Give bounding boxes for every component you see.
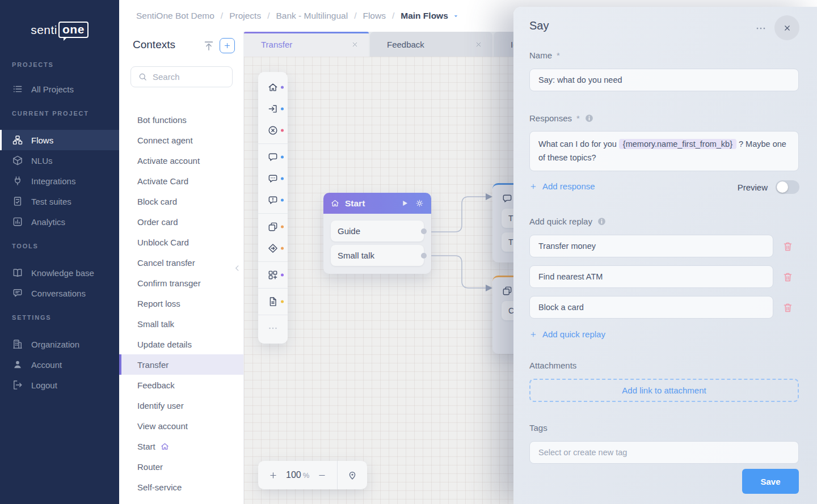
close-panel-button[interactable] xyxy=(774,15,799,40)
sentione-logo: sentione xyxy=(0,22,119,38)
context-item-block-card[interactable]: Block card xyxy=(119,191,243,211)
context-item-identify-user[interactable]: Identify user xyxy=(119,395,243,416)
start-node-header[interactable]: Start xyxy=(323,193,431,214)
chat-bubble-icon[interactable] xyxy=(258,146,288,168)
close-tab-icon[interactable] xyxy=(475,41,482,48)
context-item-confirm-transger[interactable]: Confirm transger xyxy=(119,273,243,293)
sidebar-item-conversations[interactable]: Conversations xyxy=(0,283,119,303)
start-option-small-talk[interactable]: Small talk xyxy=(331,245,424,266)
info-icon[interactable] xyxy=(597,217,607,226)
sidebar-item-all-projects[interactable]: All Projects xyxy=(0,79,119,99)
home-icon[interactable] xyxy=(258,77,288,98)
context-item-activate-card[interactable]: Activate Card xyxy=(119,171,243,191)
breadcrumb-item-project[interactable]: SentiOne Bot Demo xyxy=(136,11,214,21)
section-header-settings: SETTINGS xyxy=(12,314,51,321)
zoom-out-icon[interactable] xyxy=(317,471,327,480)
name-field[interactable] xyxy=(529,69,799,91)
plug-icon xyxy=(12,175,23,187)
tab-feedback[interactable]: Feedback xyxy=(370,32,492,57)
memory-variable-pill[interactable]: {memory.name_first_from_kb} xyxy=(619,139,736,149)
center-canvas-button[interactable] xyxy=(338,469,367,481)
document-icon[interactable] xyxy=(258,291,288,312)
connector-handle[interactable] xyxy=(421,253,427,259)
play-icon[interactable] xyxy=(400,198,410,208)
trash-icon[interactable] xyxy=(782,302,794,314)
quick-reply-field-3[interactable] xyxy=(529,296,773,319)
context-item-router[interactable]: Router xyxy=(119,456,243,477)
start-node-title: Start xyxy=(345,198,395,209)
breadcrumb-item-bank-multilingual[interactable]: Bank - Multilingual xyxy=(276,11,348,21)
sidebar-item-integrations[interactable]: Integrations xyxy=(0,171,119,191)
signin-icon[interactable] xyxy=(258,98,288,120)
sidebar-item-knowledge-base[interactable]: Knowledge base xyxy=(0,262,119,283)
logo-text-one: one xyxy=(58,22,89,38)
breadcrumb-item-projects[interactable]: Projects xyxy=(229,11,261,21)
quick-reply-field-2[interactable] xyxy=(529,265,773,288)
breadcrumb-dropdown-caret-icon[interactable] xyxy=(453,13,459,19)
context-item-feedback[interactable]: Feedback xyxy=(119,375,243,395)
say-properties-panel: Say Name * Responses * What can I do for… xyxy=(513,7,817,504)
grid-plus-icon[interactable] xyxy=(258,264,288,286)
context-item-connect-agent[interactable]: Connect agent xyxy=(119,130,243,150)
sidebar-item-nlus[interactable]: NLUs xyxy=(0,150,119,171)
close-circle-icon[interactable] xyxy=(258,120,288,141)
upload-icon[interactable] xyxy=(203,40,215,52)
tags-input[interactable] xyxy=(529,441,799,464)
context-item-report-loss[interactable]: Report loss xyxy=(119,293,243,314)
sidebar-item-organization[interactable]: Organization xyxy=(0,334,119,354)
add-attachment-button[interactable]: Add link to attachment xyxy=(529,379,799,402)
gear-icon[interactable] xyxy=(415,198,424,208)
zoom-in-icon[interactable] xyxy=(268,471,278,480)
add-response-button[interactable]: Add response xyxy=(529,181,595,191)
decision-icon[interactable] xyxy=(258,238,288,259)
plus-icon xyxy=(223,41,231,50)
conversations-icon xyxy=(12,287,23,299)
attachments-label: Attachments xyxy=(529,361,576,370)
start-option-guide[interactable]: Guide xyxy=(331,221,424,242)
quick-reply-field-1[interactable] xyxy=(529,235,773,257)
trash-icon[interactable] xyxy=(782,271,794,283)
preview-toggle[interactable] xyxy=(776,180,799,194)
tab-transfer[interactable]: Transfer xyxy=(244,32,369,57)
save-button[interactable]: Save xyxy=(742,469,799,494)
contexts-list: Bot functions Connect agent Activate acc… xyxy=(119,109,243,497)
add-context-button[interactable] xyxy=(220,38,235,53)
breadcrumb-item-main-flows[interactable]: Main Flows xyxy=(401,11,448,21)
sidebar-item-flows[interactable]: Flows xyxy=(0,130,119,150)
chat-exclaim-icon[interactable] xyxy=(258,189,288,211)
context-item-view-account[interactable]: View account xyxy=(119,416,243,436)
more-options-icon[interactable] xyxy=(755,22,767,35)
sidebar-item-logout[interactable]: Logout xyxy=(0,375,119,395)
info-icon[interactable] xyxy=(584,113,594,123)
context-item-small-talk[interactable]: Small talk xyxy=(119,314,243,334)
search-input[interactable] xyxy=(153,72,225,82)
sidebar-item-analytics[interactable]: Analytics xyxy=(0,211,119,232)
main-sidebar: sentione PROJECTS All Projects CURRENT P… xyxy=(0,0,119,504)
context-item-bot-functions[interactable]: Bot functions xyxy=(119,109,243,130)
sidebar-item-account[interactable]: Account xyxy=(0,354,119,375)
context-item-transfer[interactable]: Transfer xyxy=(119,354,243,375)
contexts-panel: Contexts Bot functions Connect agent Act… xyxy=(119,32,244,504)
more-dots-icon[interactable] xyxy=(258,317,288,339)
response-textarea[interactable]: What can I do for you {memory.name_first… xyxy=(529,131,799,171)
section-header-tools: TOOLS xyxy=(12,243,39,249)
context-item-self-service[interactable]: Self-service xyxy=(119,477,243,497)
collapse-panel-chevron-icon[interactable] xyxy=(232,263,242,273)
preview-control: Preview xyxy=(738,180,799,194)
contexts-title: Contexts xyxy=(133,39,175,51)
context-item-update-details[interactable]: Update details xyxy=(119,334,243,354)
chat-dots-icon[interactable] xyxy=(258,168,288,189)
connector-handle[interactable] xyxy=(421,228,427,234)
context-item-start[interactable]: Start xyxy=(119,436,243,456)
context-item-unblock-card[interactable]: Unblock Card xyxy=(119,232,243,252)
add-quick-reply-button[interactable]: Add quick replay xyxy=(529,329,605,339)
breadcrumb-item-flows[interactable]: Flows xyxy=(363,11,385,21)
close-tab-icon[interactable] xyxy=(351,41,359,48)
context-item-cancel-transfer[interactable]: Cancel transfer xyxy=(119,252,243,273)
logo-text-senti: senti xyxy=(31,23,57,37)
sidebar-item-test-suites[interactable]: Test suites xyxy=(0,191,119,211)
trash-icon[interactable] xyxy=(782,240,794,252)
copy-icon[interactable] xyxy=(258,216,288,238)
context-item-order-card[interactable]: Order card xyxy=(119,211,243,232)
context-item-activate-account[interactable]: Activate account xyxy=(119,150,243,171)
